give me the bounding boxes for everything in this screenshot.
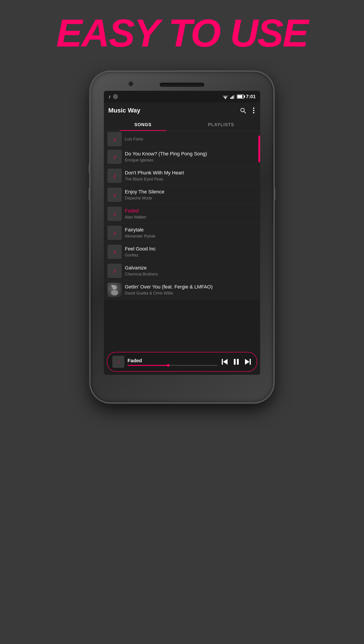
music-note-icon: ♪ — [113, 153, 116, 160]
song-info: Galvanize Chemical Brothers — [125, 265, 256, 277]
music-note-icon: ♪ — [113, 267, 116, 274]
scrollbar-thumb[interactable] — [258, 135, 260, 162]
svg-rect-21 — [250, 359, 251, 365]
svg-point-12 — [253, 112, 254, 113]
phone-speaker — [160, 83, 204, 87]
volume-up-button — [89, 164, 90, 173]
song-info: Luis Fonsi — [125, 137, 256, 142]
search-button[interactable] — [239, 106, 247, 115]
song-thumbnail: ♪ — [108, 132, 122, 146]
progress-bar[interactable] — [128, 365, 218, 366]
song-thumbnail: ♪ — [108, 226, 122, 240]
hero-title: EASY TO USE — [18, 14, 346, 53]
song-artist: David Guetta & Chris Willis — [125, 291, 256, 296]
song-title: Galvanize — [125, 265, 256, 271]
skip-next-icon — [244, 358, 252, 366]
svg-rect-18 — [234, 359, 236, 365]
svg-rect-17 — [222, 359, 223, 365]
song-thumbnail: ♪ — [108, 150, 122, 164]
tab-songs[interactable]: SONGS — [104, 119, 182, 131]
app-bar-icons — [239, 106, 256, 115]
power-button — [274, 187, 275, 201]
svg-marker-20 — [245, 359, 250, 365]
song-info: Fairytale Alexander Rybak — [125, 227, 256, 239]
music-note-icon: ♪ — [113, 210, 116, 217]
music-note-status-icon: ♪ — [108, 94, 111, 100]
battery-icon — [237, 95, 244, 99]
song-title: Do You Know? (The Ping Pong Song) — [125, 151, 256, 157]
phone-screen: ♪ — [104, 91, 260, 375]
music-note-icon: ♪ — [113, 229, 116, 236]
previous-button[interactable] — [221, 358, 228, 366]
svg-marker-16 — [223, 359, 228, 365]
status-left: ♪ — [108, 94, 118, 100]
song-artist: Gorillaz — [125, 253, 256, 258]
status-time: 7:01 — [246, 94, 256, 100]
battery-fill — [238, 95, 242, 98]
list-item[interactable]: ♪ Galvanize Chemical Brothers — [104, 261, 260, 280]
list-item[interactable]: ♪ Enjoy The Silence Depeche Mode — [104, 185, 260, 204]
svg-rect-5 — [231, 97, 232, 99]
svg-rect-19 — [237, 359, 239, 365]
phone-frame: ♪ — [90, 72, 274, 402]
song-artist: Luis Fonsi — [125, 137, 256, 142]
song-info: Enjoy The Silence Depeche Mode — [125, 189, 256, 200]
svg-point-14 — [111, 290, 118, 295]
list-item[interactable]: ♪ Don't Phunk With My Heart The Black Ey… — [104, 166, 260, 185]
person-icon — [110, 284, 119, 295]
list-item[interactable]: ♪ Luis Fonsi — [104, 131, 260, 147]
song-info: Do You Know? (The Ping Pong Song) Enriqu… — [125, 151, 256, 163]
song-thumbnail: ♪ — [108, 188, 122, 202]
song-list: ♪ Luis Fonsi ♪ Do You Know? (The Ping Po… — [104, 131, 260, 299]
player-title: Faded — [128, 358, 218, 364]
search-icon — [240, 107, 246, 114]
song-thumbnail: ♪ — [108, 169, 122, 183]
song-artist: Alexander Rybak — [125, 234, 256, 239]
svg-point-15 — [112, 285, 113, 287]
app-bar: Music Way — [104, 102, 260, 119]
volume-down-button — [89, 187, 90, 201]
progress-fill — [128, 365, 168, 366]
svg-line-9 — [244, 111, 246, 113]
more-vert-icon — [253, 107, 254, 114]
bottom-player: ♪ Faded — [107, 352, 257, 372]
song-info: Gettin' Over You (feat. Fergie & LMFAO) … — [125, 284, 256, 296]
wifi-icon — [222, 94, 228, 99]
svg-point-10 — [253, 108, 254, 109]
song-title: Gettin' Over You (feat. Fergie & LMFAO) — [125, 284, 256, 290]
list-item[interactable]: ♪ Fairytale Alexander Rybak — [104, 224, 260, 242]
next-button[interactable] — [244, 358, 252, 366]
tab-playlists[interactable]: PLAYLISTS — [182, 119, 260, 131]
status-indicator — [113, 94, 118, 99]
tabs: SONGS PLAYLISTS — [104, 119, 260, 131]
list-item[interactable]: ♪ Do You Know? (The Ping Pong Song) Enri… — [104, 147, 260, 166]
pause-button[interactable] — [232, 358, 240, 366]
list-item[interactable]: ♪ Faded Alan Walker — [104, 204, 260, 224]
player-thumbnail: ♪ — [112, 356, 124, 368]
list-item[interactable]: ♪ Feel Good Inc Gorillaz — [104, 242, 260, 261]
song-artist: Chemical Brothers — [125, 272, 256, 277]
music-note-icon: ♪ — [113, 135, 116, 143]
song-artist: Depeche Mode — [125, 196, 256, 200]
overflow-menu-button[interactable] — [252, 106, 256, 115]
app-title: Music Way — [108, 107, 239, 114]
song-artist: Enrique Iglesias — [125, 158, 256, 163]
song-info: Faded Alan Walker — [125, 208, 256, 220]
list-item[interactable]: Gettin' Over You (feat. Fergie & LMFAO) … — [104, 280, 260, 299]
song-thumbnail: ♪ — [108, 207, 122, 221]
album-art — [108, 283, 122, 297]
svg-point-11 — [253, 110, 254, 111]
music-note-icon: ♪ — [113, 191, 116, 198]
music-note-icon: ♪ — [113, 172, 116, 179]
player-info: Faded — [128, 358, 218, 366]
progress-dot — [167, 364, 170, 367]
player-controls — [221, 358, 252, 366]
signal-icon — [230, 94, 235, 99]
svg-rect-4 — [230, 98, 231, 99]
svg-rect-7 — [234, 95, 234, 99]
front-camera — [128, 81, 133, 86]
music-note-icon: ♪ — [113, 248, 116, 255]
svg-rect-6 — [232, 96, 233, 99]
pause-icon — [232, 358, 240, 366]
song-artist: The Black Eyed Peas — [125, 177, 256, 181]
